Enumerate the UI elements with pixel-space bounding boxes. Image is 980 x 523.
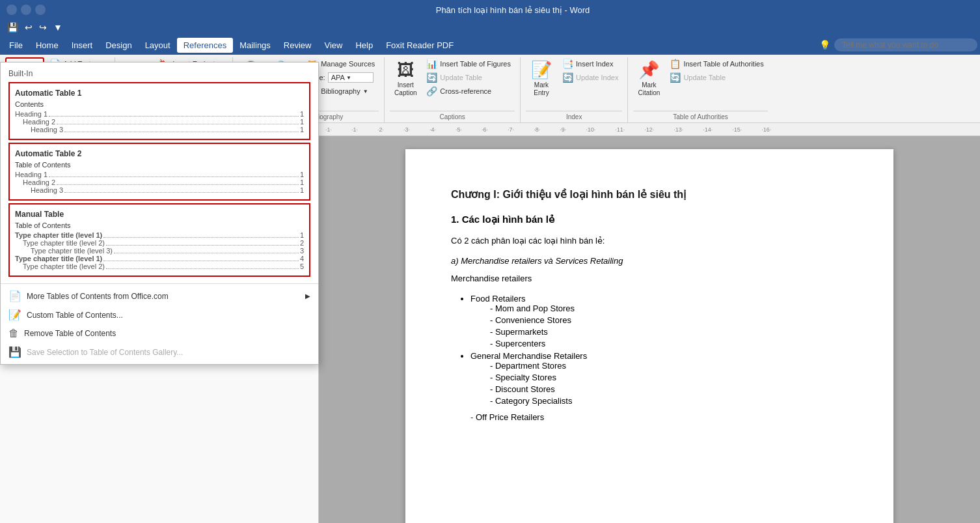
close-button[interactable] <box>35 5 46 15</box>
more-button[interactable]: ▼ <box>51 21 64 34</box>
mark-entry-icon: 📝 <box>531 60 552 80</box>
menu-foxit[interactable]: Foxit Reader PDF <box>379 38 460 53</box>
menu-review[interactable]: Review <box>277 38 318 53</box>
update-index-button[interactable]: 🔄 Update Index <box>558 71 622 84</box>
insert-tof-icon: 📊 <box>426 59 437 69</box>
menu-insert[interactable]: Insert <box>65 38 100 53</box>
menu-home[interactable]: Home <box>29 38 65 53</box>
insert-caption-button[interactable]: 🖼 InsertCaption <box>390 57 421 100</box>
toc-option-manual[interactable]: Manual Table Table of Contents Type chap… <box>8 203 310 277</box>
save-toc-item: 💾 Save Selection to Table of Contents Ga… <box>1 343 318 361</box>
food-item-4: Supercenters <box>490 339 848 348</box>
custom-toc-label: Custom Table of Contents... <box>27 311 123 320</box>
cross-ref-label: Cross-reference <box>440 87 491 95</box>
update-table-authorities-button[interactable]: 🔄 Update Table <box>666 71 767 84</box>
quick-access-toolbar: 💾 ↩ ↪ ▼ <box>0 20 980 35</box>
authorities-small-buttons: 📋 Insert Table of Authorities 🔄 Update T… <box>666 57 767 84</box>
section1-title: 1. Các loại hình bán lẻ <box>451 214 848 225</box>
food-item-2: Convenience Stores <box>490 315 848 325</box>
off-price-label: - Off Price Retailers <box>451 411 848 425</box>
update-toa-icon: 🔄 <box>670 72 681 83</box>
subsection-a-title: a) Merchandise retailers và Services Ret… <box>451 256 848 266</box>
insert-caption-icon: 🖼 <box>397 60 414 80</box>
menu-design[interactable]: Design <box>99 38 138 53</box>
mark-citation-icon: 📌 <box>638 60 659 80</box>
toc-content-label-2: Table of Contents <box>15 161 304 169</box>
update-toa-label: Update Table <box>683 74 726 81</box>
update-index-label: Update Index <box>576 74 618 81</box>
more-toc-icon: 📄 <box>8 290 21 302</box>
toc-manual-4: Type chapter title (level 1)4 <box>15 255 304 262</box>
custom-toc-item[interactable]: 📝 Custom Table of Contents... <box>1 305 318 324</box>
insert-toa-button[interactable]: 📋 Insert Table of Authorities <box>666 57 767 70</box>
insert-index-button[interactable]: 📑 Insert Index <box>558 57 622 70</box>
index-small-buttons: 📑 Insert Index 🔄 Update Index <box>558 57 622 84</box>
food-item-1: Mom and Pop Stores <box>490 304 848 313</box>
captions-buttons: 🖼 InsertCaption 📊 Insert Table of Figure… <box>390 57 515 111</box>
cross-reference-button[interactable]: 🔗 Cross-reference <box>422 85 515 98</box>
maximize-button[interactable] <box>21 5 31 15</box>
toc-option-automatic-1[interactable]: Automatic Table 1 Contents Heading 11 He… <box>8 82 310 140</box>
update-index-icon: 🔄 <box>562 72 573 83</box>
more-toc-arrow: ▶ <box>305 292 310 300</box>
food-retailers-label: Food Retailers <box>470 294 526 304</box>
toc-manual-5: Type chapter title (level 2)5 <box>23 262 304 270</box>
mark-citation-label: MarkCitation <box>638 81 660 97</box>
ribbon-group-index: 📝 MarkEntry 📑 Insert Index 🔄 Update Inde… <box>521 57 628 122</box>
toc-content-label-1: Contents <box>15 100 304 108</box>
menu-layout[interactable]: Layout <box>139 38 177 53</box>
insert-table-of-figures-button[interactable]: 📊 Insert Table of Figures <box>422 57 515 70</box>
search-input[interactable] <box>834 38 977 51</box>
toc-heading-2-3: Heading 31 <box>31 186 304 194</box>
toc-option-1-content: Contents Heading 11 Heading 21 Heading 3… <box>15 100 304 134</box>
menu-view[interactable]: View <box>318 38 349 53</box>
chapter-heading: Chương I: Giới thiệu về loại hình bán lẻ… <box>451 188 848 201</box>
ruler: ·1· ·1· ·2· ·3· ·4· ·5· ·6· ·7· ·8· ·9· … <box>319 123 980 135</box>
toc-heading-1-2: Heading 21 <box>23 118 304 126</box>
general-item-3: Discount Stores <box>490 384 848 394</box>
more-toc-item[interactable]: 📄 More Tables of Contents from Office.co… <box>1 287 318 305</box>
menu-file[interactable]: File <box>3 38 29 53</box>
menu-mailings[interactable]: Mailings <box>233 38 277 53</box>
style-combo[interactable]: APA ▼ <box>328 72 374 83</box>
authorities-group-label: Table of Authorities <box>633 111 767 122</box>
insert-index-label: Insert Index <box>576 60 613 68</box>
remove-toc-item[interactable]: 🗑 Remove Table of Contents <box>1 324 318 343</box>
menu-bar: File Home Insert Design Layout Reference… <box>0 35 980 55</box>
undo-button[interactable]: ↩ <box>23 21 34 34</box>
general-item-1: Department Stores <box>490 361 848 371</box>
mark-entry-label: MarkEntry <box>534 81 549 97</box>
remove-toc-label: Remove Table of Contents <box>24 329 116 338</box>
update-table-captions-icon: 🔄 <box>426 72 437 83</box>
redo-button[interactable]: ↪ <box>37 21 49 34</box>
mark-citation-button[interactable]: 📌 MarkCitation <box>633 57 664 100</box>
save-toc-icon: 💾 <box>8 346 21 358</box>
general-sublist: Department Stores Specialty Stores Disco… <box>470 361 848 406</box>
title-bar: Phân tích loại hình bán lẻ siêu thị - Wo… <box>0 0 980 20</box>
toc-heading-2-2: Heading 21 <box>23 178 304 186</box>
minimize-button[interactable] <box>7 5 17 15</box>
toc-heading-1-3: Heading 31 <box>31 126 304 134</box>
save-toc-label: Save Selection to Table of Contents Gall… <box>27 348 183 357</box>
menu-references[interactable]: References <box>177 38 233 53</box>
general-merchandise-item: General Merchandise Retailers Department… <box>470 351 848 406</box>
more-toc-label: More Tables of Contents from Office.com <box>27 292 169 301</box>
food-sublist: Mom and Pop Stores Convenience Stores Su… <box>470 304 848 348</box>
menu-help[interactable]: Help <box>349 38 379 53</box>
update-table-captions-label: Update Table <box>440 74 482 81</box>
insert-index-icon: 📑 <box>562 59 573 69</box>
save-button[interactable]: 💾 <box>5 21 20 34</box>
toc-option-automatic-2[interactable]: Automatic Table 2 Table of Contents Head… <box>8 143 310 201</box>
mark-entry-button[interactable]: 📝 MarkEntry <box>526 57 557 100</box>
toc-content-label-3: Table of Contents <box>15 221 304 229</box>
toc-option-3-title: Manual Table <box>15 210 304 219</box>
update-table-captions-button[interactable]: 🔄 Update Table <box>422 71 515 84</box>
toc-heading-1-1: Heading 11 <box>15 110 304 118</box>
document-page: Chương I: Giới thiệu về loại hình bán lẻ… <box>405 149 893 523</box>
title-bar-controls <box>7 5 46 15</box>
insert-toa-icon: 📋 <box>670 59 681 69</box>
food-retailers-list: Food Retailers Mom and Pop Stores Conven… <box>451 294 848 406</box>
document-area[interactable]: Chương I: Giới thiệu về loại hình bán lẻ… <box>319 136 980 523</box>
style-value: APA <box>331 74 345 81</box>
merchandise-label: Merchandise retailers <box>451 272 848 286</box>
